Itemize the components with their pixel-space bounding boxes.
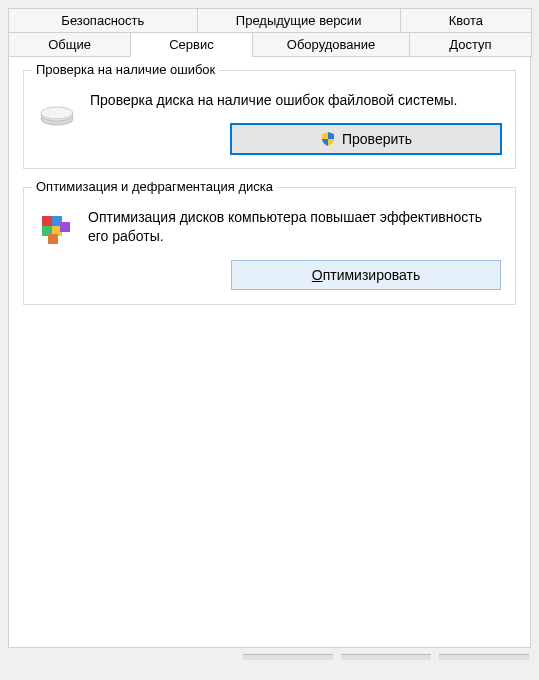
check-button-label: Проверить	[342, 131, 412, 147]
tab-quota[interactable]: Квота	[400, 8, 532, 32]
optimize-button-label: Оптимизировать	[312, 267, 420, 283]
svg-point-2	[41, 107, 73, 119]
optimize-group: Оптимизация и дефрагментация диска Оптим…	[23, 187, 516, 305]
footer-button[interactable]	[243, 654, 333, 660]
svg-rect-8	[48, 234, 58, 244]
svg-rect-3	[42, 216, 52, 226]
footer-button[interactable]	[341, 654, 431, 660]
tab-general[interactable]: Общие	[8, 32, 131, 57]
optimize-desc: Оптимизация дисков компьютера повышает э…	[88, 208, 501, 246]
optimize-title: Оптимизация и дефрагментация диска	[32, 179, 277, 194]
tab-content: Проверка на наличие ошибок Проверка диск…	[8, 56, 531, 648]
tab-strip: Безопасность Предыдущие версии Квота Общ…	[8, 8, 531, 57]
tab-tools[interactable]: Сервис	[130, 32, 253, 57]
error-check-title: Проверка на наличие ошибок	[32, 62, 219, 77]
properties-dialog: Безопасность Предыдущие версии Квота Общ…	[0, 0, 539, 680]
defrag-icon	[38, 212, 74, 248]
check-button[interactable]: Проверить	[231, 124, 501, 154]
tab-hardware[interactable]: Оборудование	[252, 32, 410, 57]
shield-icon	[320, 131, 336, 147]
tab-security[interactable]: Безопасность	[8, 8, 198, 32]
footer-button[interactable]	[439, 654, 529, 660]
tab-previous-versions[interactable]: Предыдущие версии	[197, 8, 401, 32]
tab-sharing[interactable]: Доступ	[409, 32, 532, 57]
optimize-button[interactable]: Оптимизировать	[231, 260, 501, 290]
error-check-group: Проверка на наличие ошибок Проверка диск…	[23, 70, 516, 169]
dialog-footer	[8, 654, 531, 672]
svg-rect-7	[60, 222, 70, 232]
error-check-desc: Проверка диска на наличие ошибок файлово…	[90, 91, 501, 110]
disk-icon	[38, 99, 76, 127]
